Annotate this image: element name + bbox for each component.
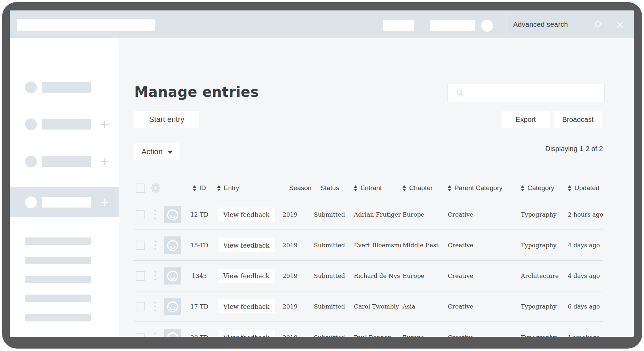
- select-all-checkbox[interactable]: [136, 184, 145, 193]
- kebab-menu-icon[interactable]: [154, 210, 156, 219]
- column-header-id[interactable]: ID: [184, 182, 215, 194]
- cell-category: Typography: [519, 334, 566, 337]
- topbar-divider: [507, 10, 507, 38]
- topbar-menu-placeholder-1[interactable]: [383, 20, 414, 31]
- column-header-category[interactable]: Category: [519, 182, 566, 194]
- search-icon[interactable]: [593, 20, 602, 29]
- kebab-menu-icon[interactable]: [154, 333, 156, 337]
- row-avatar-cell: [160, 206, 184, 223]
- close-icon[interactable]: [616, 21, 625, 30]
- topbar: Advanced search: [10, 10, 634, 38]
- cell-entrant: Paul Renner: [352, 334, 401, 337]
- gear-icon[interactable]: [150, 183, 161, 193]
- user-avatar[interactable]: [481, 20, 493, 32]
- page-title: Manage entries: [134, 84, 259, 100]
- cell-id: 1343: [184, 272, 215, 279]
- add-icon[interactable]: +: [101, 118, 108, 130]
- cell-updated: 6 days ago: [566, 303, 603, 310]
- start-entry-button[interactable]: Start entry: [134, 111, 199, 128]
- row-checkbox[interactable]: [136, 271, 145, 281]
- sidebar-list-placeholder: [25, 237, 91, 245]
- row-avatar-cell: [160, 329, 184, 337]
- column-header-updated[interactable]: Updated: [566, 182, 603, 194]
- cell-parent-category: Creative: [446, 334, 519, 337]
- search-input[interactable]: [469, 86, 604, 100]
- sort-icon[interactable]: [521, 185, 524, 191]
- add-icon[interactable]: +: [101, 156, 108, 167]
- table-row: 1343 View feedback 2019 Submitted Richar…: [134, 261, 603, 291]
- row-checkbox[interactable]: [136, 333, 145, 337]
- sidebar-list-placeholder: [25, 295, 91, 302]
- cell-category: Typography: [519, 242, 566, 249]
- broadcast-button[interactable]: Broadcast: [554, 111, 602, 128]
- advanced-search-link[interactable]: Advanced search: [513, 10, 568, 38]
- search-icon: [455, 89, 464, 98]
- cell-id: 17-TD: [184, 303, 215, 310]
- cell-parent-category: Creative: [446, 272, 519, 279]
- sidebar-nav-item[interactable]: +: [10, 72, 119, 102]
- cell-entrant: Evert Bloemsma: [352, 242, 401, 249]
- sidebar-nav-item[interactable]: +: [10, 109, 119, 139]
- cell-parent-category: Creative: [446, 211, 519, 218]
- sidebar-nav-item[interactable]: +: [10, 147, 119, 176]
- device-frame: Advanced search + + +: [2, 2, 642, 349]
- cell-status: Submitted: [309, 303, 352, 310]
- entrant-avatar-icon: [164, 329, 181, 337]
- kebab-menu-icon[interactable]: [154, 241, 156, 250]
- sidebar-nav-item-selected[interactable]: +: [10, 187, 119, 217]
- add-icon[interactable]: +: [101, 196, 108, 208]
- cell-id: 20-TD: [184, 334, 215, 337]
- sort-icon[interactable]: [354, 185, 357, 191]
- cell-chapter: Europe: [401, 334, 446, 337]
- view-feedback-button[interactable]: View feedback: [218, 269, 275, 283]
- row-select-cell: [134, 210, 149, 219]
- view-feedback-button[interactable]: View feedback: [218, 330, 275, 337]
- row-checkbox[interactable]: [136, 241, 145, 250]
- cell-id: 15-TD: [184, 242, 215, 249]
- cell-status: Submitted: [309, 334, 352, 337]
- row-checkbox[interactable]: [136, 302, 145, 311]
- sort-icon[interactable]: [568, 185, 571, 191]
- cell-category: Typography: [519, 303, 566, 310]
- nav-icon-placeholder: [25, 118, 37, 130]
- table-row: 17-TD View feedback 2019 Submitted Carol…: [134, 291, 603, 322]
- entrant-avatar-icon: [164, 206, 181, 223]
- sort-icon[interactable]: [217, 185, 221, 191]
- topbar-menu-placeholder-2[interactable]: [430, 20, 475, 31]
- cell-chapter: Europe: [401, 272, 446, 279]
- column-header-chapter[interactable]: Chapter: [401, 182, 446, 194]
- column-header-status: Status: [309, 182, 352, 194]
- table-search[interactable]: [447, 84, 605, 102]
- action-dropdown[interactable]: Action: [134, 143, 180, 160]
- row-select-cell: [134, 241, 149, 250]
- kebab-menu-icon[interactable]: [154, 302, 156, 311]
- nav-label-placeholder: [42, 119, 91, 130]
- action-dropdown-label: Action: [141, 147, 162, 156]
- sort-icon[interactable]: [403, 185, 406, 191]
- sort-icon[interactable]: [193, 185, 196, 191]
- row-menu-cell: [149, 333, 160, 337]
- column-header-parent_category[interactable]: Parent Category: [446, 182, 519, 194]
- cell-entry: View feedback: [215, 238, 278, 252]
- nav-icon-placeholder: [25, 81, 37, 93]
- cell-season: 2019: [278, 334, 309, 337]
- row-checkbox[interactable]: [136, 210, 145, 219]
- row-menu-cell: [149, 271, 160, 280]
- entries-table: ID Entry Season Status Entrant Chapter P…: [134, 182, 603, 337]
- view-feedback-button[interactable]: View feedback: [218, 238, 275, 252]
- cell-id: 12-TD: [184, 211, 215, 218]
- entrant-avatar-icon: [164, 267, 181, 284]
- export-button[interactable]: Export: [502, 111, 550, 128]
- kebab-menu-icon[interactable]: [154, 271, 156, 280]
- cell-entry: View feedback: [215, 330, 278, 337]
- column-header-entrant[interactable]: Entrant: [352, 182, 401, 194]
- view-feedback-button[interactable]: View feedback: [218, 208, 275, 221]
- cell-chapter: Europe: [401, 211, 446, 218]
- table-header: ID Entry Season Status Entrant Chapter P…: [134, 182, 603, 194]
- view-feedback-button[interactable]: View feedback: [218, 299, 275, 313]
- cell-parent-category: Creative: [446, 303, 519, 310]
- column-header-entry[interactable]: Entry: [215, 182, 278, 194]
- sort-icon[interactable]: [448, 185, 451, 191]
- cell-category: Typography: [519, 211, 566, 218]
- row-menu-cell: [149, 210, 160, 219]
